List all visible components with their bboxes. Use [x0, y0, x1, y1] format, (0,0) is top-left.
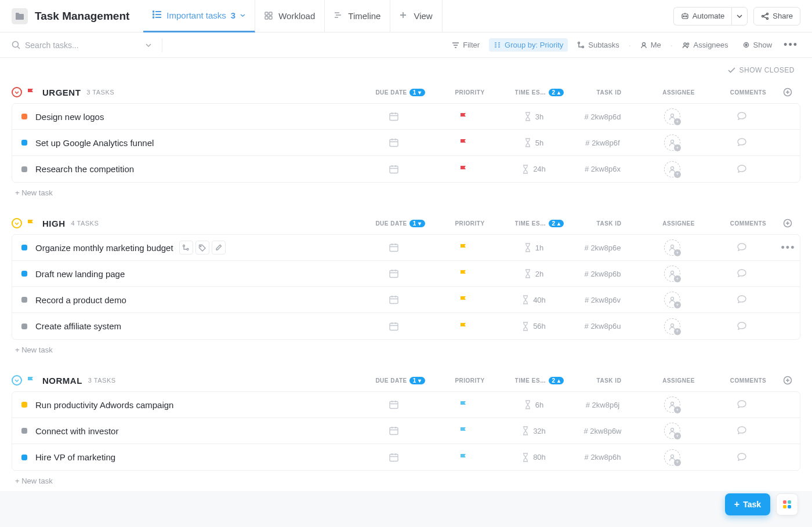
cell-priority[interactable] — [429, 269, 498, 278]
col-comments[interactable]: COMMENTS — [713, 220, 783, 227]
assignee-add-icon[interactable] — [664, 161, 680, 177]
new-task-button[interactable]: + New task — [12, 471, 800, 491]
col-assignee[interactable]: ASSIGNEE — [644, 220, 713, 227]
col-time-est[interactable]: TIME ES…2 ▴ — [505, 89, 574, 96]
automate-button[interactable]: Automate — [673, 7, 732, 26]
task-name[interactable]: Draft new landing page — [35, 269, 125, 279]
assignee-add-icon[interactable] — [664, 423, 680, 439]
automate-dropdown[interactable] — [731, 7, 748, 26]
group-by-button[interactable]: Group by: Priority — [489, 38, 568, 52]
cell-assignee[interactable] — [637, 423, 707, 439]
cell-due-date[interactable] — [359, 426, 429, 436]
col-due-date[interactable]: DUE DATE1 ▾ — [365, 220, 435, 227]
task-name[interactable]: Organize monthly marketing budget — [35, 243, 173, 253]
assignee-add-icon[interactable] — [664, 135, 680, 151]
assignees-button[interactable]: Assignees — [677, 38, 733, 52]
assignee-add-icon[interactable] — [664, 292, 680, 308]
cell-due-date[interactable] — [359, 111, 429, 122]
tab-important-tasks[interactable]: Important tasks3 — [143, 0, 255, 32]
col-priority[interactable]: PRIORITY — [435, 220, 505, 227]
cell-assignee[interactable] — [637, 108, 707, 125]
task-row[interactable]: Set up Google Analytics funnel 5h # 2kw8… — [12, 130, 800, 156]
status-indicator[interactable] — [21, 271, 27, 277]
status-indicator[interactable] — [21, 114, 27, 119]
cell-time-estimate[interactable]: 32h — [498, 426, 568, 436]
cell-time-estimate[interactable]: 1h — [498, 242, 568, 253]
cell-assignee[interactable] — [637, 135, 707, 151]
cell-time-estimate[interactable]: 40h — [498, 295, 568, 305]
assignee-add-icon[interactable] — [664, 108, 680, 125]
task-name[interactable]: Set up Google Analytics funnel — [35, 138, 154, 148]
assignee-add-icon[interactable] — [664, 449, 680, 466]
collapse-toggle[interactable] — [12, 87, 22, 97]
cell-assignee[interactable] — [637, 449, 707, 466]
add-column-button[interactable] — [783, 88, 800, 97]
cell-comments[interactable] — [707, 321, 777, 332]
cell-time-estimate[interactable]: 6h — [498, 399, 568, 410]
task-row[interactable]: Research the competition 24h # 2kw8p6x — [12, 156, 800, 182]
status-indicator[interactable] — [21, 428, 27, 434]
more-menu[interactable]: ••• — [781, 39, 800, 51]
cell-time-estimate[interactable]: 80h — [498, 452, 568, 463]
cell-due-date[interactable] — [359, 137, 429, 148]
col-time-est[interactable]: TIME ES…2 ▴ — [505, 377, 574, 384]
search-input[interactable] — [25, 41, 141, 50]
task-name[interactable]: Design new logos — [35, 112, 104, 122]
cell-comments[interactable] — [707, 295, 777, 305]
task-row[interactable]: Record a product demo 40h # 2kw8p6v — [12, 287, 800, 313]
tab-workload[interactable]: Workload — [255, 0, 325, 32]
new-task-fab[interactable]: + Task — [725, 493, 770, 501]
cell-comments[interactable] — [707, 426, 777, 436]
col-priority[interactable]: PRIORITY — [435, 377, 505, 384]
tab-view[interactable]: View — [390, 0, 442, 32]
subtask-icon[interactable] — [179, 241, 193, 255]
task-row[interactable]: Draft new landing page 2h # 2kw8p6b — [12, 261, 800, 287]
apps-button[interactable] — [776, 493, 798, 501]
cell-priority[interactable] — [429, 243, 498, 252]
add-column-button[interactable] — [783, 219, 800, 228]
col-assignee[interactable]: ASSIGNEE — [644, 89, 713, 96]
me-button[interactable]: Me — [636, 38, 666, 52]
cell-assignee[interactable] — [637, 397, 707, 413]
cell-priority[interactable] — [429, 322, 498, 331]
cell-comments[interactable] — [707, 399, 777, 410]
col-due-date[interactable]: DUE DATE1 ▾ — [365, 89, 435, 96]
col-assignee[interactable]: ASSIGNEE — [644, 377, 713, 384]
add-column-button[interactable] — [783, 376, 800, 385]
cell-priority[interactable] — [429, 426, 498, 435]
task-name[interactable]: Research the competition — [35, 164, 134, 174]
assignee-add-icon[interactable] — [664, 397, 680, 413]
task-row[interactable]: Design new logos 3h # 2kw8p6d — [12, 104, 800, 130]
collapse-toggle[interactable] — [12, 375, 22, 386]
task-row[interactable]: Run productivity Adwords campaign 6h # 2… — [12, 392, 800, 418]
tag-icon[interactable] — [195, 241, 209, 255]
row-more-menu[interactable]: ••• — [781, 242, 796, 254]
cell-priority[interactable] — [429, 112, 498, 121]
status-indicator[interactable] — [21, 324, 27, 329]
filter-button[interactable]: Filter — [447, 38, 484, 52]
col-due-date[interactable]: DUE DATE1 ▾ — [365, 377, 435, 384]
cell-assignee[interactable] — [637, 318, 707, 335]
assignee-add-icon[interactable] — [664, 318, 680, 335]
col-comments[interactable]: COMMENTS — [713, 89, 783, 96]
cell-time-estimate[interactable]: 2h — [498, 268, 568, 279]
status-indicator[interactable] — [21, 140, 27, 146]
cell-due-date[interactable] — [359, 295, 429, 305]
cell-priority[interactable] — [429, 138, 498, 147]
task-name[interactable]: Create affiliate system — [35, 321, 121, 331]
task-row[interactable]: Hire VP of marketing 80h # 2kw8p6h — [12, 444, 800, 470]
cell-due-date[interactable] — [359, 164, 429, 175]
cell-assignee[interactable] — [637, 266, 707, 282]
search-dropdown[interactable] — [146, 43, 151, 47]
task-name[interactable]: Run productivity Adwords campaign — [35, 400, 173, 410]
cell-due-date[interactable] — [359, 321, 429, 332]
cell-comments[interactable] — [707, 268, 777, 279]
cell-priority[interactable] — [429, 295, 498, 304]
cell-time-estimate[interactable]: 24h — [498, 164, 568, 175]
edit-icon[interactable] — [212, 241, 226, 255]
cell-comments[interactable] — [707, 242, 777, 253]
cell-comments[interactable] — [707, 137, 777, 148]
cell-priority[interactable] — [429, 165, 498, 174]
cell-priority[interactable] — [429, 453, 498, 462]
cell-comments[interactable] — [707, 111, 777, 122]
